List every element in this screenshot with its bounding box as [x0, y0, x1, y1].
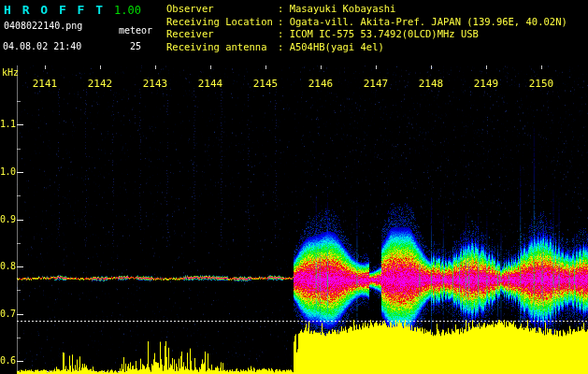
- filename: 0408022140.png: [4, 21, 82, 31]
- app-version: 1.00: [114, 4, 141, 17]
- info-label: Observer: [166, 3, 278, 16]
- info-row: Observer: Masayuki Kobayashi: [166, 3, 567, 16]
- y-tick-label: 0.8: [0, 261, 15, 271]
- info-row: Receiver: ICOM IC-575 53.7492(0LCD)MHz U…: [166, 28, 567, 41]
- info-colon: :: [278, 41, 290, 52]
- x-tick-label: 2145: [252, 78, 279, 90]
- x-tick-label: 2146: [308, 78, 334, 90]
- info-label: Receiving antenna: [166, 41, 278, 54]
- y-tick-label: 1.0: [0, 166, 15, 177]
- y-tick-label: 0.9: [0, 214, 15, 224]
- info-colon: :: [278, 28, 290, 39]
- x-tick-label: 2142: [87, 78, 113, 90]
- info-value: A504HB(yagi 4el): [290, 41, 384, 52]
- x-tick-label: 2147: [363, 78, 389, 90]
- x-tick-label: 2144: [197, 78, 223, 90]
- info-row: Receiving Location: Ogata-vill. Akita-Pr…: [166, 16, 567, 29]
- info-colon: :: [278, 3, 290, 14]
- x-tick-label: 2143: [142, 78, 168, 90]
- datetime: 04.08.02 21:40: [3, 41, 81, 51]
- y-tick-label: 0.7: [0, 309, 15, 319]
- info-colon: :: [278, 16, 290, 27]
- meteor-count: 25: [130, 41, 141, 51]
- x-tick-label: 2150: [528, 78, 554, 90]
- station-info: Observer: Masayuki KobayashiReceiving Lo…: [166, 3, 567, 53]
- freq-unit-label: kHz: [2, 67, 19, 78]
- info-value: Masayuki Kobayashi: [290, 3, 396, 14]
- hrofft-screen: H R O F F T 1.00 0408022140.png meteor 0…: [0, 0, 588, 374]
- y-tick-label: 0.6: [0, 355, 15, 366]
- x-tick-label: 2141: [32, 78, 58, 90]
- info-row: Receiving antenna: A504HB(yagi 4el): [166, 41, 567, 54]
- mode-label: meteor: [119, 25, 152, 36]
- info-value: ICOM IC-575 53.7492(0LCD)MHz USB: [290, 28, 479, 39]
- x-tick-label: 2149: [473, 78, 499, 90]
- info-label: Receiver: [166, 28, 278, 41]
- header: H R O F F T 1.00 0408022140.png meteor 0…: [0, 0, 588, 60]
- y-tick-label: 1.1: [0, 119, 15, 129]
- app-title: H R O F F T: [4, 3, 105, 17]
- info-value: Ogata-vill. Akita-Pref. JAPAN (139.96E, …: [290, 16, 567, 27]
- info-label: Receiving Location: [166, 16, 278, 29]
- x-tick-label: 2148: [418, 78, 444, 90]
